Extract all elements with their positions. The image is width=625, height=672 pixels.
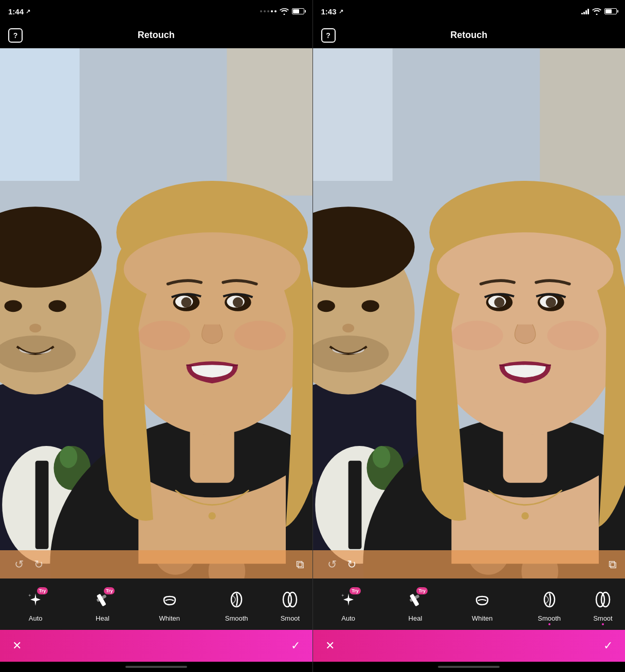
svg-point-63: [494, 297, 504, 307]
redo-icon-left[interactable]: ↻: [34, 558, 43, 571]
dot3: [267, 10, 269, 12]
svg-point-8: [60, 446, 77, 468]
heal-label-left: Heal: [96, 614, 109, 622]
signal-dots-left: [260, 10, 277, 12]
svg-rect-6: [35, 461, 49, 549]
cancel-button-left[interactable]: ✕: [12, 639, 22, 652]
undo-icon-right[interactable]: ↺: [327, 558, 337, 571]
tool-whiten-right[interactable]: Whiten: [449, 586, 516, 622]
smoot-dot-right: [602, 623, 604, 625]
svg-point-11: [4, 300, 22, 312]
auto-label-left: Auto: [29, 614, 43, 622]
dot1: [260, 10, 262, 12]
tool-smooth-left[interactable]: Smooth: [203, 586, 270, 622]
orange-strip-right: ↺ ↻ ⧉: [313, 550, 626, 578]
help-button-right[interactable]: ?: [321, 28, 336, 43]
auto-icon-left: Try: [27, 591, 44, 611]
wifi-icon-right: [592, 8, 601, 15]
cancel-button-right[interactable]: ✕: [325, 639, 335, 652]
status-center-left: [260, 8, 304, 15]
bar1: [581, 13, 583, 14]
bar4: [587, 9, 589, 14]
status-time-right: 1:43: [321, 7, 337, 16]
smooth-dot-right: [548, 623, 550, 625]
tool-heal-left[interactable]: Try Heal: [69, 586, 136, 622]
svg-rect-38: [313, 48, 393, 181]
confirm-button-left[interactable]: ✓: [291, 639, 300, 652]
heal-label-right: Heal: [409, 614, 422, 622]
dot5: [274, 10, 277, 12]
svg-point-13: [29, 324, 41, 332]
tools-bar-left: Try Auto Try Heal: [0, 578, 312, 630]
home-indicator-right: [313, 662, 626, 672]
dot4: [271, 10, 273, 12]
battery-icon-left: [292, 8, 304, 14]
orange-strip-left: ↺ ↻ ⧉: [0, 550, 312, 578]
tool-whiten-left[interactable]: Whiten: [136, 586, 203, 622]
confirm-button-right[interactable]: ✓: [603, 639, 613, 652]
redo-icon-right[interactable]: ↻: [347, 558, 356, 571]
location-icon-right: ↗: [339, 8, 343, 15]
svg-point-18: [209, 512, 216, 519]
whiten-label-right: Whiten: [472, 614, 492, 622]
nav-bar-left: ? Retouch: [0, 23, 312, 48]
try-badge-auto-right: Try: [350, 587, 361, 594]
undo-icon-left[interactable]: ↺: [14, 558, 24, 571]
dot2: [264, 10, 266, 12]
signal-bars-right: [581, 9, 589, 14]
svg-point-64: [545, 297, 556, 307]
tool-smoot-left[interactable]: Smoot: [270, 586, 310, 622]
smooth-icon-right: [541, 591, 558, 611]
auto-label-right: Auto: [341, 614, 355, 622]
smoot-icon-left: [282, 591, 298, 611]
home-indicator-left: [0, 662, 312, 672]
action-bar-left: ✕ ✓: [0, 630, 312, 662]
copy-icon-right[interactable]: ⧉: [609, 558, 617, 571]
try-badge-heal-left: Try: [104, 587, 115, 594]
tool-smoot-right[interactable]: Smoot: [583, 586, 623, 622]
svg-point-71: [601, 592, 610, 607]
status-center-right: [581, 8, 617, 15]
status-bar-left: 1:44 ↗: [0, 0, 312, 23]
smoot-icon-right: [595, 591, 611, 611]
action-bar-right: ✕ ✓: [313, 630, 626, 662]
svg-point-65: [451, 321, 503, 350]
battery-icon-right: [604, 8, 617, 14]
heal-icon-right: Try: [407, 591, 424, 611]
tool-auto-right[interactable]: Try Auto: [315, 586, 382, 622]
screen-right: 1:43 ↗ ?: [313, 0, 626, 672]
undo-redo-left: ↺ ↻: [8, 558, 296, 571]
home-bar-right: [438, 666, 500, 668]
smooth-label-right: Smooth: [538, 614, 561, 622]
svg-rect-3: [227, 48, 312, 196]
svg-point-44: [372, 446, 390, 468]
tools-bar-right: Try Auto Try Heal: [313, 578, 626, 630]
battery-fill-right: [605, 9, 612, 13]
svg-point-12: [48, 300, 66, 312]
smooth-label-left: Smooth: [225, 614, 248, 622]
svg-point-22: [124, 232, 301, 306]
battery-fill-left: [293, 9, 299, 13]
svg-rect-42: [348, 461, 361, 549]
heal-icon-left: Try: [94, 591, 111, 611]
location-icon-left: ↗: [26, 8, 30, 15]
svg-point-54: [521, 512, 528, 519]
screen-left: 1:44 ↗ ?: [0, 0, 313, 672]
tool-smooth-right[interactable]: Smooth: [516, 586, 582, 622]
tool-auto-left[interactable]: Try Auto: [2, 586, 69, 622]
copy-icon-left[interactable]: ⧉: [296, 558, 304, 571]
try-badge-heal-right: Try: [416, 587, 428, 594]
wifi-icon-left: [280, 8, 289, 15]
photo-area-left[interactable]: ↺ ↻ ⧉: [0, 48, 312, 578]
whiten-label-left: Whiten: [159, 614, 180, 622]
photo-left: [0, 48, 312, 578]
photo-area-right[interactable]: ↺ ↻ ⧉: [313, 48, 626, 578]
bar2: [583, 12, 585, 14]
try-badge-auto-left: Try: [37, 587, 48, 594]
smoot-label-right: Smoot: [593, 614, 613, 622]
tool-heal-right[interactable]: Try Heal: [382, 586, 449, 622]
svg-point-36: [288, 592, 297, 607]
status-left-right: 1:43 ↗: [321, 7, 343, 16]
help-button-left[interactable]: ?: [8, 28, 23, 43]
whiten-icon-right: [474, 591, 490, 611]
